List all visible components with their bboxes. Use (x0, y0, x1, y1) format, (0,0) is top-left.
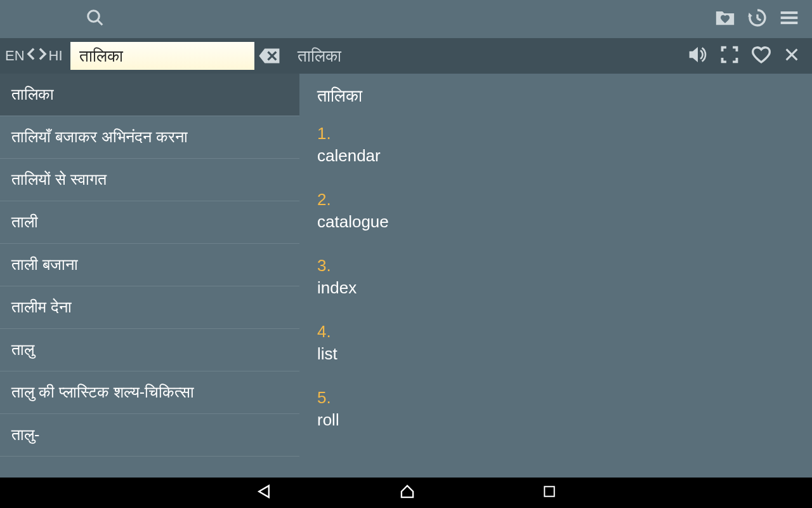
chevron-right-icon (37, 47, 48, 65)
svg-line-1 (98, 20, 103, 25)
list-item-label: ताली (11, 213, 38, 232)
definition-text: calendar (317, 146, 794, 166)
speaker-icon[interactable] (688, 45, 708, 67)
svg-point-0 (88, 11, 100, 22)
list-item-label: तालियाँ बजाकर अभिनंदन करना (11, 128, 188, 147)
definition-number: 1. (317, 124, 794, 144)
lang-from: EN (5, 48, 25, 64)
definition: 3. index (317, 256, 794, 298)
list-item-label: तालु- (11, 425, 39, 444)
list-item[interactable]: ताली बजाना (0, 244, 299, 286)
chevron-left-icon (26, 47, 36, 65)
list-item-label: तालियों से स्वागत (11, 170, 107, 189)
menu-icon[interactable] (779, 9, 799, 29)
search-bar: EN HI तालिका (0, 38, 812, 74)
list-item[interactable]: तालियों से स्वागत (0, 159, 299, 201)
search-input-wrap (70, 42, 285, 70)
favorites-folder-icon[interactable] (714, 8, 736, 30)
list-item[interactable]: तालु- (0, 414, 299, 457)
history-icon[interactable] (747, 8, 768, 30)
definition: 2. catalogue (317, 190, 794, 232)
lang-to: HI (49, 48, 63, 64)
list-item[interactable]: ताली (0, 201, 299, 244)
top-bar-right (714, 8, 799, 30)
list-item-label: तालीम देना (11, 298, 72, 317)
search-bar-actions (688, 45, 812, 67)
clear-search-button[interactable] (254, 42, 285, 70)
definition-text: roll (317, 410, 794, 430)
detail-panel: तालिका 1. calendar 2. catalogue 3. index… (299, 74, 812, 478)
list-item[interactable]: तालियाँ बजाकर अभिनंदन करना (0, 116, 299, 159)
home-nav-icon[interactable] (399, 483, 416, 502)
search-input[interactable] (70, 42, 254, 70)
top-bar-left (13, 8, 105, 30)
list-item[interactable]: तालिका (0, 74, 299, 116)
list-item[interactable]: तालीम देना (0, 286, 299, 329)
definition-number: 5. (317, 388, 794, 408)
content: तालिका तालियाँ बजाकर अभिनंदन करना तालियो… (0, 74, 812, 478)
search-icon[interactable] (86, 8, 105, 30)
back-nav-icon[interactable] (256, 483, 272, 502)
list-item[interactable]: तालु (0, 329, 299, 371)
definition-number: 2. (317, 190, 794, 210)
definition-text: catalogue (317, 212, 794, 232)
list-item[interactable]: तालु की प्लास्टिक शल्य-चिकित्सा (0, 371, 299, 414)
android-nav-bar (0, 478, 812, 508)
definition: 5. roll (317, 388, 794, 430)
close-icon[interactable] (784, 47, 799, 65)
list-item-label: तालिका (11, 85, 54, 104)
lang-switcher[interactable]: EN HI (5, 47, 63, 65)
top-bar (0, 0, 812, 38)
definition: 1. calendar (317, 124, 794, 166)
heart-icon[interactable] (751, 45, 771, 67)
detail-title: तालिका (317, 86, 794, 106)
definition: 4. list (317, 322, 794, 364)
list-item-label: तालु (11, 340, 34, 359)
definition-text: list (317, 344, 794, 364)
list-item-label: ताली बजाना (11, 255, 78, 274)
svg-marker-2 (748, 13, 752, 17)
definition-text: index (317, 278, 794, 298)
svg-marker-12 (259, 486, 269, 497)
header-word: तालिका (298, 46, 341, 66)
recent-nav-icon[interactable] (542, 485, 556, 501)
suggestions-list: तालिका तालियाँ बजाकर अभिनंदन करना तालियो… (0, 74, 299, 478)
svg-rect-13 (544, 486, 554, 496)
fullscreen-icon[interactable] (721, 46, 738, 66)
svg-line-4 (757, 18, 761, 20)
list-item-label: तालु की प्लास्टिक शल्य-चिकित्सा (11, 383, 194, 402)
definition-number: 3. (317, 256, 794, 276)
definition-number: 4. (317, 322, 794, 342)
